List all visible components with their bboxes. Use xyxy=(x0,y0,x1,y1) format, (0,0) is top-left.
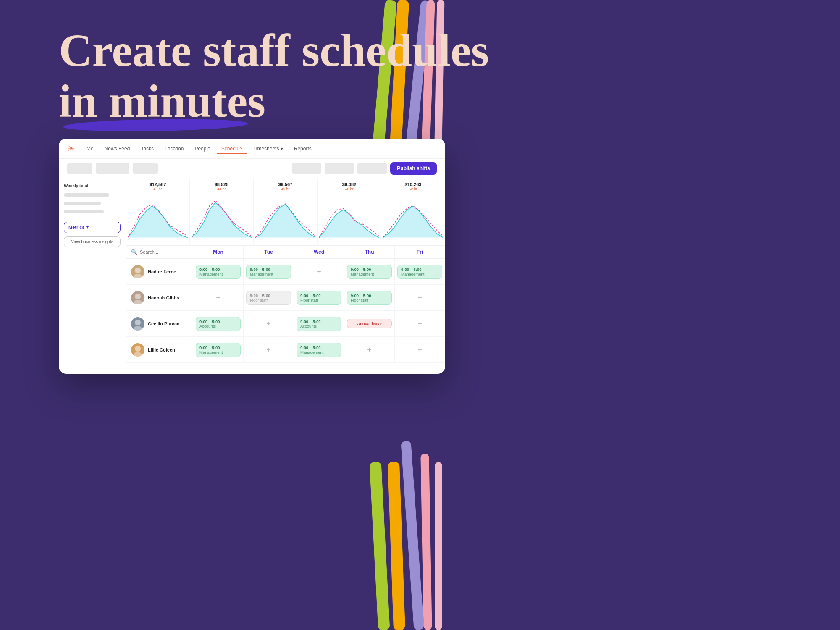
shift-cell-3-3: + xyxy=(344,337,395,362)
shift-cell-1-2[interactable]: 9:00 – 5:00Floor staff xyxy=(294,285,344,310)
shift-cell-1-1[interactable]: 9:00 – 5:00Floor staff xyxy=(244,285,294,310)
sidebar: Weekly total Metrics ▾ View business ins… xyxy=(59,178,126,373)
publish-shifts-button[interactable]: Publish shifts xyxy=(390,162,437,175)
shift-block[interactable]: 9:00 – 5:00Floor staff xyxy=(297,291,341,305)
nav-tasks[interactable]: Tasks xyxy=(136,143,158,154)
deco-stripe-6 xyxy=(388,462,405,630)
shift-block[interactable]: 9:00 – 5:00Management xyxy=(397,265,442,279)
shift-block[interactable]: 9:00 – 5:00Management xyxy=(246,265,291,279)
employee-info-0: Nadire Ferne xyxy=(126,265,193,278)
shift-cell-0-4[interactable]: 9:00 – 5:00Management xyxy=(395,259,445,284)
shift-block[interactable]: 9:00 – 5:00Management xyxy=(196,343,241,357)
add-shift-button[interactable]: + xyxy=(246,320,291,328)
day-header-fri: Fri xyxy=(395,246,445,258)
shift-cell-0-1[interactable]: 9:00 – 5:00Management xyxy=(244,259,294,284)
shift-block[interactable]: 9:00 – 5:00Management xyxy=(297,343,341,357)
shift-cell-1-3[interactable]: 9:00 – 5:00Floor staff xyxy=(344,285,395,310)
chart-hours-2: 49 hr xyxy=(281,187,290,191)
add-shift-button[interactable]: + xyxy=(347,346,392,354)
toolbar-action-2[interactable] xyxy=(325,163,354,174)
svg-marker-4 xyxy=(383,206,443,238)
shift-block[interactable]: 9:00 – 5:00Accounts xyxy=(297,317,341,331)
nav-timesheets[interactable]: Timesheets ▾ xyxy=(249,143,287,154)
nav-newsfeed[interactable]: News Feed xyxy=(100,143,134,154)
weekly-total-label: Weekly total xyxy=(64,184,121,188)
chart-svg-4 xyxy=(383,193,443,245)
nav-people[interactable]: People xyxy=(190,143,214,154)
table-row: Hannah Gibbs+9:00 – 5:00Floor staff9:00 … xyxy=(126,285,445,311)
shift-cell-2-2[interactable]: 9:00 – 5:00Accounts xyxy=(294,311,344,336)
sidebar-line-1 xyxy=(64,193,109,197)
shift-cell-1-4: + xyxy=(395,285,445,310)
svg-point-11 xyxy=(135,346,141,352)
toolbar: Publish shifts xyxy=(59,159,445,178)
shift-block[interactable]: 9:00 – 5:00Floor staff xyxy=(347,291,392,305)
shift-block[interactable]: 9:00 – 5:00Accounts xyxy=(196,317,241,331)
nav-reports[interactable]: Reports xyxy=(290,143,316,154)
nav-location[interactable]: Location xyxy=(160,143,188,154)
day-header-mon: Mon xyxy=(193,246,244,258)
search-icon: 🔍 xyxy=(131,249,137,255)
shift-cell-3-1: + xyxy=(244,337,294,362)
shift-block[interactable]: 9:00 – 5:00Management xyxy=(347,265,392,279)
svg-point-6 xyxy=(134,274,142,278)
search-container: 🔍 xyxy=(126,246,193,258)
content-area: Weekly total Metrics ▾ View business ins… xyxy=(59,178,445,373)
add-shift-button[interactable]: + xyxy=(397,294,442,302)
hero-line2: in minutes xyxy=(59,76,489,127)
nav-schedule[interactable]: Schedule xyxy=(217,143,247,154)
add-shift-button[interactable]: + xyxy=(196,294,241,302)
shift-cell-1-0: + xyxy=(193,285,244,310)
nav-me[interactable]: Me xyxy=(82,143,98,154)
shift-cell-2-3[interactable]: Annual leave xyxy=(344,311,395,336)
chart-col-3: $9,08246 hr xyxy=(318,178,381,245)
employee-name: Nadire Ferne xyxy=(148,269,176,274)
chart-col-1: $8,52544 hr xyxy=(190,178,254,245)
shift-cell-3-4: + xyxy=(395,337,445,362)
svg-point-9 xyxy=(135,320,141,326)
nav-bar: ✳ Me News Feed Tasks Location People Sch… xyxy=(59,139,445,159)
metrics-button[interactable]: Metrics ▾ xyxy=(64,222,121,233)
add-shift-button[interactable]: + xyxy=(246,346,291,354)
toolbar-action-1[interactable] xyxy=(292,163,321,174)
shift-block[interactable]: Annual leave xyxy=(347,319,392,328)
view-insights-button[interactable]: View business insights xyxy=(64,236,121,247)
shift-cell-2-0[interactable]: 9:00 – 5:00Accounts xyxy=(193,311,244,336)
chart-svg-3 xyxy=(319,193,379,245)
chart-amount-1: $8,525 xyxy=(215,182,229,187)
svg-marker-2 xyxy=(255,204,315,237)
chart-amount-2: $9,567 xyxy=(278,182,293,187)
svg-marker-0 xyxy=(128,206,188,238)
chart-hours-3: 46 hr xyxy=(345,187,354,191)
app-logo: ✳ xyxy=(67,143,75,154)
shift-cell-0-0[interactable]: 9:00 – 5:00Management xyxy=(193,259,244,284)
schedule-main: $12,56746 hr $8,52544 hr $9,56749 hr $9,… xyxy=(126,178,445,373)
shift-cell-2-4: + xyxy=(395,311,445,336)
table-row: Cecilio Parvan9:00 – 5:00Accounts+9:00 –… xyxy=(126,311,445,337)
avatar xyxy=(131,317,144,331)
toolbar-filter-1[interactable] xyxy=(67,163,92,174)
shift-cell-2-1: + xyxy=(244,311,294,336)
day-header-tue: Tue xyxy=(244,246,294,258)
search-input[interactable] xyxy=(140,249,188,255)
avatar xyxy=(131,265,144,278)
toolbar-action-3[interactable] xyxy=(357,163,387,174)
shift-block[interactable]: 9:00 – 5:00Management xyxy=(196,265,241,279)
hero-title: Create staff schedules in minutes xyxy=(59,25,489,127)
add-shift-button[interactable]: + xyxy=(397,320,442,328)
shift-cell-3-0[interactable]: 9:00 – 5:00Management xyxy=(193,337,244,362)
toolbar-filter-3[interactable] xyxy=(133,163,158,174)
svg-point-12 xyxy=(134,352,142,357)
chart-col-0: $12,56746 hr xyxy=(126,178,190,245)
shift-cell-3-2[interactable]: 9:00 – 5:00Management xyxy=(294,337,344,362)
chart-col-2: $9,56749 hr xyxy=(254,178,318,245)
add-shift-button[interactable]: + xyxy=(297,268,341,276)
avatar xyxy=(131,291,144,304)
table-row: Nadire Ferne9:00 – 5:00Management9:00 – … xyxy=(126,259,445,285)
shift-cell-0-3[interactable]: 9:00 – 5:00Management xyxy=(344,259,395,284)
avatar xyxy=(131,343,144,357)
employee-name: Hannah Gibbs xyxy=(148,295,179,300)
add-shift-button[interactable]: + xyxy=(397,346,442,354)
toolbar-filter-2[interactable] xyxy=(96,163,129,174)
shift-block[interactable]: 9:00 – 5:00Floor staff xyxy=(246,291,291,305)
